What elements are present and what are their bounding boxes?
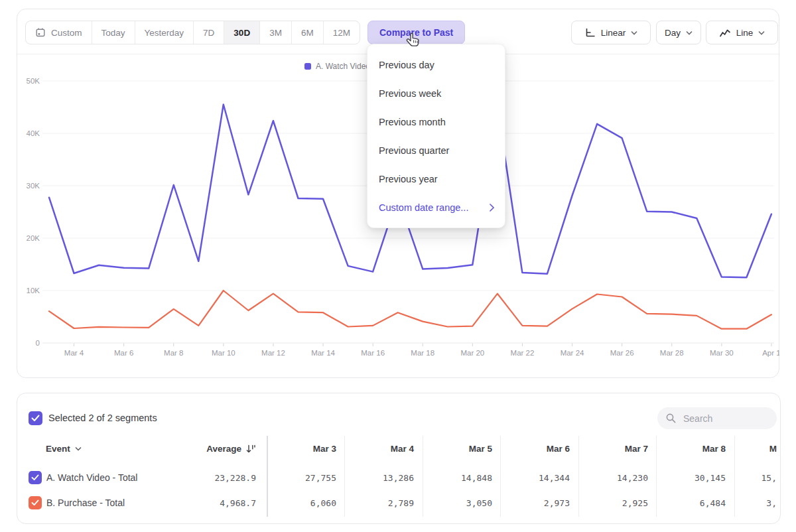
range-button-3m[interactable]: 3M (259, 21, 291, 44)
chevron-right-icon (490, 204, 494, 212)
cell-average: 4,968.7 (137, 498, 256, 508)
compare-to-past-button[interactable]: Compare to Past (367, 21, 465, 44)
search-input[interactable] (682, 413, 764, 425)
x-axis-label: Mar 26 (610, 349, 634, 357)
x-axis-label: Mar 22 (511, 349, 535, 357)
select-all-checkbox[interactable] (29, 411, 42, 425)
range-button-custom[interactable]: Custom (26, 21, 92, 44)
date-range-control: Custom Today Yesterday 7D 30D 3M 6M 12M (25, 21, 360, 44)
average-column-header[interactable]: Average (137, 444, 256, 454)
cell-value: 2,973 (507, 498, 570, 508)
date-column-header[interactable]: Mar 6 (507, 444, 570, 454)
search-icon (665, 413, 677, 424)
range-button-yesterday[interactable]: Yesterday (135, 21, 194, 44)
column-divider (500, 436, 501, 517)
row-checkbox-purchase[interactable] (29, 496, 42, 509)
y-axis-label: 40K (27, 129, 40, 137)
calendar-icon (35, 27, 46, 38)
cell-value: 27,755 (273, 473, 336, 483)
x-axis-label: Mar 10 (212, 349, 235, 357)
legend-swatch (304, 63, 311, 70)
y-axis-label: 10K (27, 287, 40, 295)
y-axis-label: 30K (27, 182, 40, 190)
scale-dropdown-button[interactable]: Linear (571, 21, 651, 44)
x-axis-label: Mar 18 (411, 349, 434, 357)
date-column-header[interactable]: Mar 5 (429, 444, 492, 454)
sort-descending-icon (245, 444, 256, 454)
cell-value: 3,050 (429, 498, 492, 508)
x-axis-label: Mar 20 (460, 349, 484, 357)
checkmark-icon (31, 474, 39, 481)
x-axis-label: Mar 8 (164, 349, 183, 357)
row-checkbox-watch-video[interactable] (29, 471, 42, 484)
line-chart-icon (719, 28, 731, 38)
menu-item-previous-month[interactable]: Previous month (367, 107, 505, 136)
x-axis-label: Mar 12 (261, 349, 285, 357)
cell-value: 14,344 (507, 473, 570, 483)
menu-item-custom-date-range[interactable]: Custom date range... (367, 193, 505, 222)
menu-item-previous-year[interactable]: Previous year (367, 165, 505, 193)
cell-value: 14,230 (585, 473, 648, 483)
column-divider (267, 436, 268, 517)
chevron-down-icon (631, 31, 637, 35)
range-button-label: Custom (51, 28, 82, 38)
linear-axis-icon (584, 27, 596, 38)
menu-item-previous-quarter[interactable]: Previous quarter (367, 136, 505, 165)
row-label: A. Watch Video - Total (46, 472, 137, 483)
range-button-12m[interactable]: 12M (323, 21, 360, 44)
y-axis-label: 20K (27, 234, 40, 242)
checkmark-icon (31, 415, 40, 422)
row-label: B. Purchase - Total (46, 498, 125, 508)
cell-value: 6,484 (663, 498, 726, 508)
cell-value: 30,145 (663, 473, 726, 483)
range-button-30d[interactable]: 30D (224, 21, 259, 44)
date-column-header[interactable]: Mar 3 (273, 444, 336, 454)
range-button-today[interactable]: Today (92, 21, 135, 44)
cell-value: 15, (724, 473, 777, 483)
cell-value: 2,789 (351, 498, 414, 508)
cell-average: 23,228.9 (137, 473, 256, 483)
interval-dropdown-button[interactable]: Day (656, 21, 701, 44)
chevron-down-icon (758, 31, 765, 35)
cell-value: 2,925 (585, 498, 648, 508)
cell-value: 3, (724, 498, 777, 508)
date-column-header[interactable]: Mar 4 (351, 444, 414, 454)
cell-value: 6,060 (273, 498, 336, 508)
cell-value: 13,286 (351, 473, 414, 483)
range-button-7d[interactable]: 7D (193, 21, 224, 44)
selected-segments-label: Selected 2 of 2 segments (48, 413, 157, 423)
series-line-purchase[interactable] (49, 291, 771, 329)
date-column-header[interactable]: Mar 8 (663, 444, 726, 454)
checkmark-icon (31, 499, 39, 506)
event-column-header[interactable]: Event (46, 444, 82, 454)
x-axis-label: Mar 24 (561, 349, 584, 357)
cell-value: 14,848 (429, 473, 492, 483)
column-divider (656, 436, 657, 517)
date-column-header[interactable]: M (724, 444, 777, 454)
column-divider (344, 436, 345, 517)
x-axis-label: Mar 14 (311, 349, 335, 357)
compare-to-past-menu: Previous day Previous week Previous mont… (367, 44, 505, 228)
segments-table-panel: Selected 2 of 2 segments Event Average M… (17, 393, 781, 524)
menu-item-previous-week[interactable]: Previous week (367, 79, 505, 107)
x-axis-label: Mar 16 (361, 349, 385, 357)
chart-type-dropdown-button[interactable]: Line (706, 21, 778, 44)
chevron-down-icon (686, 31, 693, 35)
x-axis-label: Mar 4 (64, 349, 84, 357)
search-box[interactable] (657, 407, 777, 429)
y-axis-label: 50K (27, 77, 40, 85)
x-axis-label: Mar 30 (710, 349, 734, 357)
x-axis-label: Apr 1 (762, 349, 779, 357)
column-divider (423, 436, 423, 517)
menu-item-previous-day[interactable]: Previous day (367, 50, 505, 79)
x-axis-label: Mar 28 (660, 349, 684, 357)
x-axis-label: Mar 6 (114, 349, 133, 357)
range-button-6m[interactable]: 6M (291, 21, 323, 44)
y-axis-label: 0 (36, 339, 40, 347)
date-column-header[interactable]: Mar 7 (585, 444, 648, 454)
column-divider (578, 436, 579, 517)
chevron-down-icon (75, 446, 82, 451)
